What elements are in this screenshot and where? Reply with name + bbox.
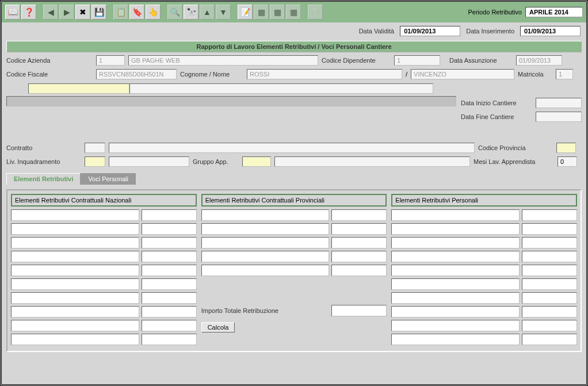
pers-desc[interactable] (391, 292, 520, 304)
hint-icon[interactable]: ❓ (21, 5, 36, 20)
naz-desc[interactable] (11, 251, 139, 262)
importo-value[interactable] (331, 305, 387, 316)
pers-desc[interactable] (391, 209, 520, 221)
pers-val[interactable] (522, 334, 577, 345)
note-icon[interactable]: 📝 (238, 5, 253, 20)
tag-icon[interactable]: 🔖 (129, 5, 144, 20)
naz-val[interactable] (142, 334, 197, 345)
pers-desc[interactable] (391, 223, 520, 235)
pers-desc[interactable] (391, 320, 520, 331)
pers-desc[interactable] (391, 306, 520, 318)
prov-val[interactable] (331, 223, 387, 235)
prov-desc[interactable] (201, 223, 330, 235)
codice-azienda-name: GB PAGHE WEB (128, 55, 318, 66)
naz-desc[interactable] (11, 306, 139, 318)
close-icon[interactable]: ✖ (75, 5, 90, 20)
period-value: APRILE 2014 (525, 7, 583, 17)
naz-val[interactable] (142, 223, 197, 235)
gruppo-code[interactable] (242, 156, 271, 167)
pers-val[interactable] (522, 237, 577, 249)
pers-val[interactable] (522, 278, 577, 290)
pers-val[interactable] (522, 320, 577, 331)
liv-code[interactable] (85, 156, 105, 167)
col-personali-head: Elementi Retributivi Personali (391, 194, 577, 207)
provincia-value[interactable] (556, 143, 576, 153)
prov-val[interactable] (331, 209, 387, 221)
prov-desc[interactable] (201, 237, 330, 249)
save-icon[interactable]: 💾 (91, 5, 106, 20)
pers-desc[interactable] (391, 237, 520, 249)
pers-val[interactable] (522, 209, 577, 221)
gruppo-desc (274, 156, 470, 167)
pers-val[interactable] (522, 292, 577, 304)
naz-val[interactable] (142, 320, 197, 331)
code-input[interactable] (28, 83, 129, 94)
up-icon[interactable]: ▲ (200, 5, 215, 20)
row-fiscale: Codice Fiscale RSSVCN85D06H501N Cognome … (2, 67, 586, 81)
binoc-icon[interactable]: 🔭 (184, 5, 198, 20)
liv-label: Liv. Inquadramento (6, 158, 81, 165)
cantiere-fine-row: Data Fine Cantiere (461, 110, 582, 124)
prov-val[interactable] (331, 237, 387, 249)
calcola-button[interactable]: Calcola (201, 322, 235, 333)
grid1-icon[interactable]: ▦ (254, 5, 269, 20)
naz-desc[interactable] (11, 237, 139, 249)
naz-val[interactable] (142, 278, 197, 290)
col-nazionali-head: Elementi Retributivi Contrattuali Nazion… (11, 194, 197, 207)
hand-icon[interactable]: 👆 (146, 5, 161, 20)
naz-desc[interactable] (11, 334, 139, 345)
section-title: Rapporto di Lavoro Elementi Retributivi … (6, 41, 582, 52)
pers-desc[interactable] (391, 251, 520, 262)
about-icon[interactable]: ❔ (308, 5, 323, 20)
grid3-icon[interactable]: ▦ (286, 5, 301, 20)
cantiere-inizio-label: Data Inizio Cantiere (461, 100, 517, 106)
cantiere-inizio-value (536, 98, 582, 108)
prov-desc[interactable] (201, 251, 330, 262)
grid2-icon[interactable]: ▦ (270, 5, 285, 20)
cantiere-inizio-row: Data Inizio Cantiere (461, 96, 582, 110)
naz-val[interactable] (142, 306, 197, 318)
search-icon[interactable]: 🔍 (167, 5, 182, 20)
pers-val[interactable] (522, 306, 577, 318)
tab-voci[interactable]: Voci Personali (81, 173, 136, 185)
cognome-nome-label: Cognome / Nome (180, 71, 243, 78)
naz-desc[interactable] (11, 265, 139, 276)
prov-desc[interactable] (201, 265, 330, 276)
pers-desc[interactable] (391, 278, 520, 290)
gruppo-label: Gruppo App. (193, 158, 239, 165)
pers-val[interactable] (522, 251, 577, 262)
naz-val[interactable] (142, 292, 197, 304)
naz-val[interactable] (142, 251, 197, 262)
back-icon[interactable]: ◀ (43, 5, 58, 20)
codice-fiscale-value: RSSVCN85D06H501N (96, 69, 177, 79)
pers-val[interactable] (522, 223, 577, 235)
tab-elementi[interactable]: Elementi Retributivi (6, 173, 81, 185)
naz-val[interactable] (142, 265, 197, 276)
validita-value: 01/09/2013 (400, 26, 460, 36)
row-liv: Liv. Inquadramento Gruppo App. Mesi Lav.… (2, 155, 586, 169)
pers-desc[interactable] (391, 334, 520, 345)
contratto-code[interactable] (85, 143, 105, 153)
codice-azienda-label: Codice Azienda (6, 57, 93, 64)
pers-desc[interactable] (391, 265, 520, 276)
codice-dipendente-value: 1 (394, 55, 440, 66)
log-icon[interactable]: 📋 (113, 5, 128, 20)
prov-val[interactable] (331, 251, 387, 262)
naz-desc[interactable] (11, 278, 139, 290)
pers-val[interactable] (522, 265, 577, 276)
down-icon[interactable]: ▼ (216, 5, 231, 20)
naz-desc[interactable] (11, 292, 139, 304)
prov-desc[interactable] (201, 209, 330, 221)
help-icon[interactable]: 📖 (5, 5, 20, 20)
fwd-icon[interactable]: ▶ (59, 5, 74, 20)
naz-desc[interactable] (11, 209, 139, 221)
naz-val[interactable] (142, 237, 197, 249)
data-assunzione-label: Data Assunzione (449, 57, 513, 64)
mesi-value[interactable]: 0 (558, 156, 577, 167)
naz-desc[interactable] (11, 320, 139, 331)
naz-val[interactable] (142, 209, 197, 221)
importo-label: Importo Totale Retribuzione (201, 307, 329, 314)
prov-val[interactable] (331, 265, 387, 276)
naz-desc[interactable] (11, 223, 139, 235)
slash: / (406, 71, 407, 78)
